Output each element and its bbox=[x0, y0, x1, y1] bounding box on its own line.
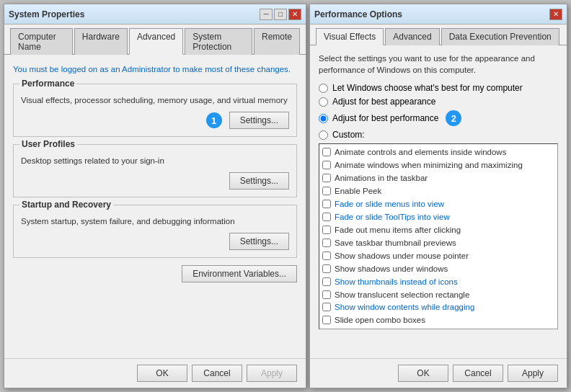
maximize-button-left[interactable]: □ bbox=[274, 9, 287, 20]
environment-variables-button[interactable]: Environment Variables... bbox=[182, 265, 297, 282]
admin-info: You must be logged on as an Administrato… bbox=[13, 63, 297, 75]
apply-button-right[interactable]: Apply bbox=[508, 365, 558, 382]
check-item-input-3[interactable] bbox=[322, 187, 331, 195]
tab-hardware[interactable]: Hardware bbox=[74, 28, 128, 55]
perf-tab-visual-effects[interactable]: Visual Effects bbox=[316, 28, 384, 45]
check-item-label-0: Animate controls and elements inside win… bbox=[335, 147, 506, 158]
performance-settings-button[interactable]: Settings... bbox=[229, 112, 289, 129]
check-item-input-11[interactable] bbox=[322, 290, 331, 299]
check-item-input-0[interactable] bbox=[322, 148, 331, 156]
radio-best-appearance-label: Adjust for best appearance bbox=[332, 97, 435, 107]
system-properties-window: System Properties ─ □ ✕ Computer Name Ha… bbox=[4, 4, 306, 388]
performance-title: Performance bbox=[19, 79, 76, 89]
check-item-label-11: Show translucent selection rectangle bbox=[335, 290, 469, 300]
perf-desc: Select the settings you want to use for … bbox=[319, 53, 558, 76]
radio-custom-input[interactable] bbox=[319, 130, 328, 140]
bottom-buttons-left: OK Cancel Apply bbox=[4, 358, 306, 388]
check-item-label-10: Show thumbnails instead of icons bbox=[335, 277, 458, 288]
radio-best-performance-input[interactable] bbox=[319, 114, 328, 123]
check-item-input-9[interactable] bbox=[322, 264, 331, 273]
ok-button-left[interactable]: OK bbox=[137, 365, 187, 382]
check-item-input-1[interactable] bbox=[322, 161, 331, 169]
radio-best-appearance-input[interactable] bbox=[319, 97, 328, 107]
performance-options-window: Performance Options ✕ Visual Effects Adv… bbox=[309, 4, 567, 388]
check-item-label-2: Animations in the taskbar bbox=[335, 173, 428, 184]
check-item-input-5[interactable] bbox=[322, 213, 331, 221]
check-item-label-3: Enable Peek bbox=[335, 186, 381, 197]
user-profiles-settings-row: Settings... bbox=[21, 172, 289, 190]
bottom-buttons-right: OK Cancel Apply bbox=[310, 358, 567, 388]
performance-desc: Visual effects, processor scheduling, me… bbox=[21, 94, 289, 106]
cancel-button-right[interactable]: Cancel bbox=[453, 365, 503, 382]
radio-custom-label: Custom: bbox=[332, 130, 365, 140]
check-item: Animate windows when minimizing and maxi… bbox=[322, 160, 554, 171]
check-item-input-12[interactable] bbox=[322, 303, 331, 311]
title-bar-left: System Properties ─ □ ✕ bbox=[4, 4, 306, 24]
ok-button-right[interactable]: OK bbox=[398, 365, 448, 382]
minimize-button-left[interactable]: ─ bbox=[260, 9, 273, 20]
radio-best-appearance: Adjust for best appearance bbox=[319, 97, 558, 107]
check-item: Show translucent selection rectangle bbox=[322, 290, 554, 300]
tabs-left: Computer Name Hardware Advanced System P… bbox=[4, 24, 306, 55]
performance-section: Performance Visual effects, processor sc… bbox=[13, 84, 297, 137]
left-content: You must be logged on as an Administrato… bbox=[4, 55, 306, 358]
user-profiles-desc: Desktop settings related to your sign-in bbox=[21, 155, 289, 166]
check-item-label-12: Show window contents while dragging bbox=[335, 302, 474, 313]
user-profiles-settings-button[interactable]: Settings... bbox=[229, 172, 289, 190]
check-item: Smooth edges of screen fonts bbox=[322, 328, 554, 329]
radio-windows-best-input[interactable] bbox=[319, 84, 328, 93]
check-item-input-7[interactable] bbox=[322, 239, 331, 247]
startup-recovery-title: Startup and Recovery bbox=[19, 200, 113, 210]
check-item-label-4: Fade or slide menus into view bbox=[335, 199, 444, 210]
check-item: Fade or slide ToolTips into view bbox=[322, 212, 554, 223]
user-profiles-title: User Profiles bbox=[19, 139, 77, 149]
annotation-2: 2 bbox=[446, 110, 461, 126]
check-item-input-4[interactable] bbox=[322, 200, 331, 208]
perf-tab-dep[interactable]: Data Execution Prevention bbox=[441, 28, 559, 45]
perf-content: Select the settings you want to use for … bbox=[310, 45, 567, 358]
check-item: Show thumbnails instead of icons bbox=[322, 277, 554, 288]
title-left: System Properties bbox=[9, 9, 84, 19]
tab-system-protection[interactable]: System Protection bbox=[185, 28, 252, 55]
perf-tab-advanced[interactable]: Advanced bbox=[385, 28, 439, 45]
check-item: Animate controls and elements inside win… bbox=[322, 147, 554, 158]
check-item: Animations in the taskbar bbox=[322, 173, 554, 184]
check-item-input-6[interactable] bbox=[322, 226, 331, 234]
check-item: Save taskbar thumbnail previews bbox=[322, 238, 554, 249]
check-item: Fade out menu items after clicking bbox=[322, 225, 554, 236]
check-item: Show window contents while dragging bbox=[322, 302, 554, 313]
performance-settings-row: 1 Settings... bbox=[21, 112, 289, 129]
check-item-label-14: Smooth edges of screen fonts bbox=[335, 328, 445, 329]
check-item-input-2[interactable] bbox=[322, 174, 331, 182]
check-item-label-6: Fade out menu items after clicking bbox=[335, 225, 461, 236]
tab-advanced[interactable]: Advanced bbox=[129, 28, 183, 55]
user-profiles-section: User Profiles Desktop settings related t… bbox=[13, 144, 297, 197]
check-item-label-9: Show shadows under windows bbox=[335, 264, 448, 275]
check-item-input-14[interactable] bbox=[322, 329, 331, 329]
title-right: Performance Options bbox=[314, 9, 402, 19]
startup-recovery-settings-button[interactable]: Settings... bbox=[229, 233, 289, 250]
checklist-box: Animate controls and elements inside win… bbox=[319, 143, 558, 329]
close-button-left[interactable]: ✕ bbox=[288, 9, 301, 20]
close-button-right[interactable]: ✕ bbox=[549, 9, 562, 20]
startup-recovery-settings-row: Settings... bbox=[21, 233, 289, 250]
check-item: Show shadows under mouse pointer bbox=[322, 251, 554, 262]
check-item-label-1: Animate windows when minimizing and maxi… bbox=[335, 160, 523, 171]
check-item-input-8[interactable] bbox=[322, 251, 331, 260]
cancel-button-left[interactable]: Cancel bbox=[192, 365, 242, 382]
check-item-input-10[interactable] bbox=[322, 277, 331, 286]
check-item: Fade or slide menus into view bbox=[322, 199, 554, 210]
perf-tabs: Visual Effects Advanced Data Execution P… bbox=[310, 24, 567, 45]
annotation-1: 1 bbox=[206, 112, 222, 128]
tab-computer-name[interactable]: Computer Name bbox=[10, 28, 73, 55]
apply-button-left[interactable]: Apply bbox=[247, 365, 297, 382]
radio-windows-best-label: Let Windows choose what's best for my co… bbox=[332, 83, 523, 93]
tab-remote[interactable]: Remote bbox=[254, 28, 300, 55]
radio-custom: Custom: bbox=[319, 130, 558, 140]
check-item-input-13[interactable] bbox=[322, 316, 331, 324]
title-bar-right: Performance Options ✕ bbox=[310, 4, 567, 24]
startup-recovery-section: Startup and Recovery System startup, sys… bbox=[13, 205, 297, 258]
check-item: Enable Peek bbox=[322, 186, 554, 197]
check-item-label-5: Fade or slide ToolTips into view bbox=[335, 212, 450, 223]
startup-recovery-desc: System startup, system failure, and debu… bbox=[21, 215, 289, 227]
